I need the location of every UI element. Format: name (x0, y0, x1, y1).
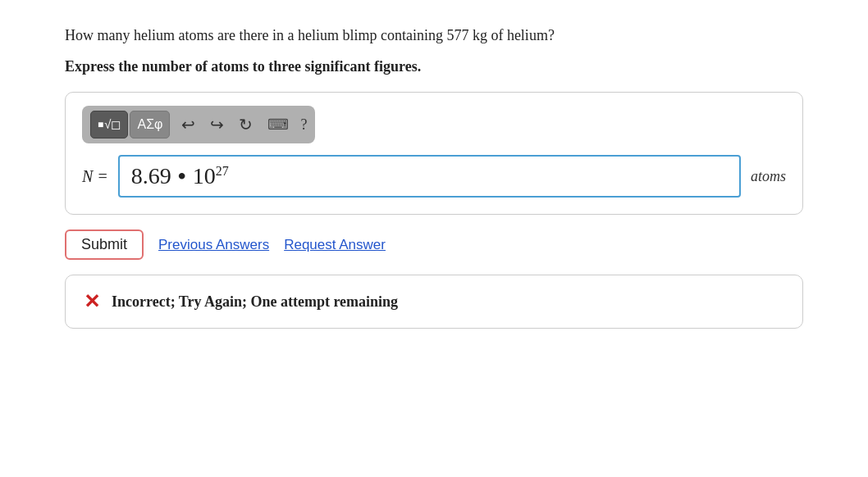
submit-button[interactable]: Submit (65, 229, 144, 260)
undo-button[interactable]: ↩ (178, 113, 199, 136)
help-label: ? (300, 116, 307, 134)
feedback-text: Incorrect; Try Again; One attempt remain… (112, 293, 398, 311)
answer-value-display: 8.69 • 1027 (131, 163, 229, 189)
toolbar: ■ √◻ ΑΣφ ↩ ↪ ↻ ⌨ ? (82, 106, 315, 143)
redo-button[interactable]: ↪ (207, 113, 227, 136)
action-row: Submit Previous Answers Request Answer (65, 229, 803, 260)
keyboard-button[interactable]: ⌨ (264, 114, 292, 135)
answer-dot: • (178, 163, 186, 189)
answer-power-base: 1027 (193, 163, 229, 189)
answer-box: ■ √◻ ΑΣφ ↩ ↪ ↻ ⌨ ? N = (65, 92, 803, 215)
units-label: atoms (751, 168, 786, 185)
toolbar-btn-group: ■ √◻ ΑΣφ (90, 111, 170, 139)
question-main-text: How many helium atoms are there in a hel… (65, 25, 803, 47)
question-instruction: Express the number of atoms to three sig… (65, 58, 803, 75)
greek-button[interactable]: ΑΣφ (130, 111, 170, 139)
answer-input-field[interactable]: 8.69 • 1027 (118, 155, 741, 198)
request-answer-link[interactable]: Request Answer (284, 237, 386, 253)
variable-label: N = (82, 167, 108, 186)
refresh-button[interactable]: ↻ (235, 113, 256, 136)
page-container: How many helium atoms are there in a hel… (65, 25, 803, 329)
feedback-box: ✕ Incorrect; Try Again; One attempt rema… (65, 275, 803, 329)
formula-button[interactable]: ■ √◻ (90, 111, 128, 139)
incorrect-icon: ✕ (84, 290, 100, 313)
previous-answers-link[interactable]: Previous Answers (158, 237, 269, 253)
input-row: N = 8.69 • 1027 atoms (82, 155, 786, 198)
answer-number: 8.69 (131, 163, 171, 189)
answer-exponent: 27 (216, 164, 229, 178)
